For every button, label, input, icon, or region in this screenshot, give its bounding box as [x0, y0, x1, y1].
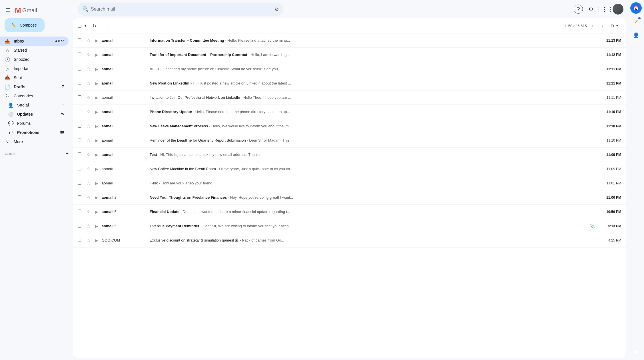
row-checkbox[interactable] [78, 167, 83, 171]
important-marker-icon[interactable]: ▶ [94, 138, 99, 143]
row-checkbox[interactable] [78, 110, 83, 114]
sidebar-item-important[interactable]: ▷ Important [0, 64, 69, 73]
labels-add-icon[interactable]: + [65, 151, 69, 157]
email-row[interactable]: ☆ ▶ aomail 2 Need Your Thoughts on Freel… [73, 190, 626, 205]
important-marker-icon[interactable]: ▶ [94, 195, 99, 200]
row-checkbox[interactable] [78, 53, 83, 57]
avatar[interactable] [613, 4, 623, 15]
row-checkbox[interactable] [78, 224, 83, 228]
sidebar-item-more[interactable]: ∨ More [0, 137, 69, 146]
prev-page-button[interactable]: ‹ [588, 21, 597, 30]
sidebar-item-social[interactable]: 👤 Social 1 [0, 100, 69, 110]
star-icon[interactable]: ☆ [86, 95, 91, 100]
search-input[interactable] [91, 7, 272, 12]
star-icon[interactable]: ☆ [86, 152, 91, 157]
search-filter-icon[interactable]: ⚙ [275, 7, 279, 12]
row-checkbox[interactable] [78, 81, 83, 86]
star-icon[interactable]: ☆ [86, 238, 91, 243]
important-marker-icon[interactable]: ▶ [94, 67, 99, 71]
row-checkbox[interactable] [78, 67, 83, 71]
row-checkbox[interactable] [78, 210, 83, 214]
select-dropdown-icon[interactable]: ▼ [84, 24, 87, 28]
calendar-icon-btn[interactable]: 📅 [630, 2, 642, 14]
promotions-label: Promotions [17, 130, 39, 135]
sidebar-item-snoozed[interactable]: 🕐 Snoozed [0, 55, 69, 64]
important-marker-icon[interactable]: ▶ [94, 152, 99, 157]
sort-button[interactable]: Fr ▼ [609, 23, 621, 29]
email-row[interactable]: ☆ ▶ aomail Reminder of the Deadline for … [73, 133, 626, 148]
important-marker-icon[interactable]: ▶ [94, 81, 99, 86]
important-marker-icon[interactable]: ▶ [94, 224, 99, 228]
tasks-icon-btn[interactable]: ✔ [630, 16, 642, 27]
sidebar-item-forums[interactable]: 💬 Forums [0, 119, 69, 128]
sidebar-item-updates[interactable]: ⚪ Updates 75 [0, 110, 69, 119]
star-icon[interactable]: ☆ [86, 138, 91, 143]
star-icon[interactable]: ☆ [86, 180, 91, 186]
sender-name: aomail 2 [102, 195, 147, 200]
email-row[interactable]: ☆ ▶ aomail Transfer of Important Documen… [73, 48, 626, 62]
search-bar[interactable]: 🔍 ⚙ [78, 3, 283, 16]
compose-button[interactable]: ✏️ Compose [5, 18, 45, 32]
email-row[interactable]: ☆ ▶ aomail New Coffee Machine in the Bre… [73, 162, 626, 176]
hamburger-button[interactable]: ☰ [2, 5, 14, 16]
sidebar-item-drafts[interactable]: 📄 Drafts 7 [0, 82, 69, 91]
star-icon[interactable]: ☆ [86, 209, 91, 214]
star-icon[interactable]: ☆ [86, 109, 91, 114]
row-checkbox[interactable] [78, 38, 83, 43]
important-marker-icon[interactable]: ▶ [94, 53, 99, 57]
important-marker-icon[interactable]: ▶ [94, 38, 99, 43]
select-all-checkbox[interactable] [78, 24, 81, 28]
email-row[interactable]: ☆ ▶ GOG.COM Exclusive discount on strate… [73, 233, 626, 248]
email-row[interactable]: ☆ ▶ aomail 5 Overdue Payment Reminder - … [73, 219, 626, 233]
email-row[interactable]: ☆ ▶ aomail Hello - How are you? Theo you… [73, 176, 626, 190]
star-icon[interactable]: ☆ [86, 166, 91, 172]
add-app-button[interactable]: + [630, 346, 642, 358]
star-icon[interactable]: ☆ [86, 81, 91, 86]
email-row[interactable]: ☆ ▶ aomail 5 Financial Update - Dear, I … [73, 205, 626, 219]
email-row[interactable]: ☆ ▶ aomail Hi! - Hi, I changed my profil… [73, 62, 626, 76]
row-checkbox[interactable] [78, 238, 83, 243]
important-marker-icon[interactable]: ▶ [94, 238, 99, 243]
row-checkbox[interactable] [78, 152, 83, 157]
important-marker-icon[interactable]: ▶ [94, 181, 99, 186]
contacts-icon-btn[interactable]: 👤 [630, 30, 642, 41]
important-marker-icon[interactable]: ▶ [94, 95, 99, 100]
important-marker-icon[interactable]: ▶ [94, 210, 99, 214]
refresh-button[interactable]: ↻ [89, 21, 100, 31]
sidebar-item-sent[interactable]: 📤 Sent [0, 73, 69, 82]
sidebar-item-inbox[interactable]: 📥 Inbox 4,877 [0, 37, 69, 46]
inbox-icon: 📥 [5, 39, 10, 44]
important-marker-icon[interactable]: ▶ [94, 124, 99, 128]
gmail-text: Gmail [22, 7, 37, 14]
email-row[interactable]: ☆ ▶ aomail Invitation to Join Our Profes… [73, 90, 626, 105]
sidebar-item-promotions[interactable]: 🏷 Promotions 90 [0, 128, 69, 137]
sidebar-item-categories[interactable]: 🗂 Categories [0, 91, 69, 100]
row-checkbox[interactable] [78, 95, 83, 100]
email-row[interactable]: ☆ ▶ aomail New Post on LinkedIn! - Hi, I… [73, 76, 626, 90]
star-icon[interactable]: ☆ [86, 123, 91, 129]
star-icon[interactable]: ☆ [86, 195, 91, 200]
email-toolbar: ▼ ↻ ⋮ 1–50 of 5,615 ‹ › Fr ▼ [73, 18, 626, 33]
star-icon[interactable]: ☆ [86, 223, 91, 229]
next-page-button[interactable]: › [598, 21, 607, 30]
row-checkbox[interactable] [78, 195, 83, 200]
star-icon[interactable]: ☆ [86, 66, 91, 72]
snippet-text: - Hello, I am forwarding... [248, 53, 290, 57]
star-icon[interactable]: ☆ [86, 38, 91, 43]
email-row[interactable]: ☆ ▶ aomail Test - Hi, This is just a tes… [73, 148, 626, 162]
important-marker-icon[interactable]: ▶ [94, 110, 99, 114]
row-checkbox[interactable] [78, 124, 83, 128]
more-options-button[interactable]: ⋮ [102, 21, 112, 31]
settings-button[interactable]: ⚙ [585, 3, 597, 15]
apps-button[interactable]: ⋮⋮⋮ [599, 3, 610, 15]
snippet-text: - Hi everyone, Just a quick note to let … [217, 167, 293, 171]
row-checkbox[interactable] [78, 181, 83, 186]
help-button[interactable]: ? [574, 5, 583, 14]
email-row[interactable]: ☆ ▶ aomail Information Transfer – Commit… [73, 33, 626, 48]
email-row[interactable]: ☆ ▶ aomail New Leave Management Process … [73, 119, 626, 133]
sidebar-item-starred[interactable]: ☆ Starred [0, 46, 69, 55]
important-marker-icon[interactable]: ▶ [94, 167, 99, 171]
row-checkbox[interactable] [78, 138, 83, 143]
star-icon[interactable]: ☆ [86, 52, 91, 57]
email-row[interactable]: ☆ ▶ aomail Phone Directory Update - Hell… [73, 105, 626, 119]
